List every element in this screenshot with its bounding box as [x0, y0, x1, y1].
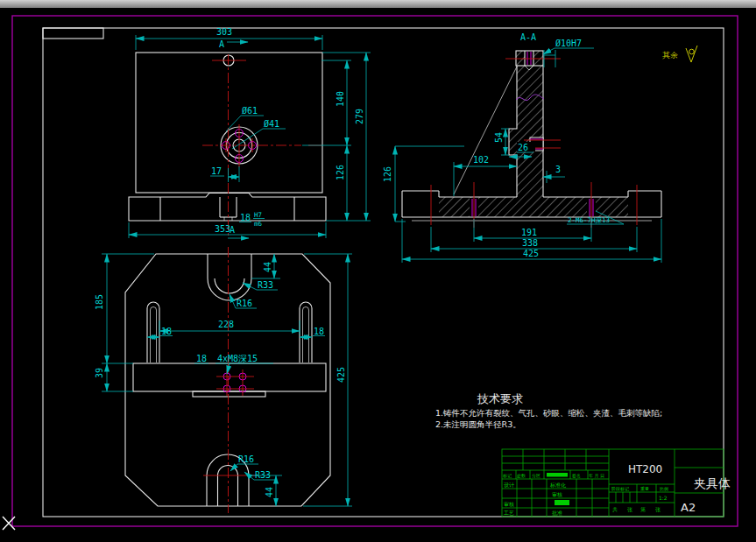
dim-39: 39	[95, 368, 104, 378]
dim-303: 303	[216, 27, 232, 37]
label-standardization: 标准化	[549, 482, 566, 489]
dim-425-section: 425	[523, 249, 539, 258]
dim-fit-18: 18	[240, 213, 251, 222]
dim-17: 17	[211, 166, 222, 176]
tech-req-line1: 1.铸件不允许有裂纹、气孔、砂眼、缩松、夹渣、毛刺等缺陷;	[435, 408, 662, 418]
cad-viewport: 其余	[0, 0, 756, 542]
window-top-strip	[0, 0, 756, 8]
dim-54: 54	[494, 132, 504, 143]
thread-note-m6: 2-M6-7H深13	[568, 216, 610, 224]
label-weight: 重量	[640, 486, 649, 491]
dim-3: 3	[555, 165, 561, 174]
label-stage-mark: 阶段标记	[611, 486, 629, 492]
dim-fit-m6: m6	[254, 220, 263, 228]
front-view: 303 A 140 279 126 Ø61 Ø41 17 18	[129, 27, 371, 238]
dim-r33-top: R33	[258, 280, 273, 290]
label-zone: 分区	[532, 473, 541, 478]
tech-req-title: 技术要求	[477, 392, 523, 405]
pin-top	[527, 52, 531, 65]
dim-425-plan: 425	[336, 367, 346, 383]
plan-centerlines	[203, 247, 256, 513]
dim-r16-top: R16	[237, 299, 252, 308]
front-dimensions: 303 A 140 279 126 Ø61 Ø41 17 18	[129, 27, 371, 238]
label-sheet-no-unit: 张	[655, 506, 661, 513]
sheet-frame	[12, 16, 738, 526]
sheet-size: A2	[681, 501, 696, 514]
label-checker: 审核	[504, 501, 514, 507]
label-review: 审核	[552, 491, 562, 497]
dim-44-bottom: 44	[265, 487, 274, 497]
dim-r16-bottom: R16	[238, 454, 254, 464]
dim-fit-h7: H7	[254, 211, 262, 219]
dim-126-section: 126	[383, 166, 392, 182]
section-label: A-A	[520, 32, 536, 42]
roughness-icon	[686, 46, 697, 62]
title-block: 夹具体 A2 HT200 阶段标记 重量 比例 1:2 共 张 第 张	[502, 449, 731, 517]
tech-requirements: 技术要求 1.铸件不允许有裂纹、气孔、砂眼、缩松、夹渣、毛刺等缺陷; 2.未注明…	[435, 392, 662, 429]
label-designer: 设计	[504, 482, 514, 488]
cad-drawing-canvas: 其余	[0, 0, 756, 542]
label-process: 工艺	[504, 510, 514, 516]
section-marker-a-bottom: A	[230, 225, 235, 235]
pillar-left	[147, 302, 159, 363]
label-mark: 标记	[502, 473, 512, 479]
section-view: A-A	[383, 32, 661, 263]
label-date: 年 月 日	[589, 473, 604, 479]
dim-r33-bottom: R33	[255, 470, 271, 480]
origin-marker	[3, 517, 15, 530]
label-sheet-total-unit: 张	[627, 506, 632, 513]
material: HT200	[628, 463, 662, 475]
label-approval: 批准	[552, 510, 562, 517]
surface-note: 其余	[662, 46, 697, 62]
dim-353: 353	[215, 224, 230, 234]
surface-note-label: 其余	[662, 51, 678, 60]
dim-185: 185	[95, 294, 104, 310]
label-signature: 签名	[572, 473, 581, 479]
label-sheet-total: 共	[612, 506, 618, 512]
part-name: 夹具体	[694, 476, 731, 490]
dim-228: 228	[218, 320, 234, 329]
dim-44-top: 44	[263, 262, 272, 272]
pillar-right	[300, 302, 312, 363]
thread-note-m8: 4xM8深15	[217, 354, 258, 363]
dim-126-front: 126	[336, 165, 345, 180]
dim-338: 338	[522, 238, 538, 248]
dim-d61: Ø61	[242, 106, 258, 116]
revision-filled-cell	[547, 473, 568, 477]
tech-req-line2: 2.未注明圆角半径R3。	[435, 419, 521, 429]
dim-18-holes: 18	[196, 354, 207, 363]
dim-140: 140	[336, 91, 345, 107]
plan-view: 44 R33 R16 228 18 18 185 39	[95, 247, 352, 513]
label-count: 处数	[517, 473, 526, 479]
dim-102: 102	[473, 155, 489, 165]
dim-d41: Ø41	[264, 119, 279, 129]
dim-191: 191	[521, 228, 537, 237]
scale-value: 1:2	[659, 495, 668, 501]
dim-26: 26	[518, 143, 528, 152]
dim-18-right: 18	[314, 327, 324, 336]
approval-filled-cell	[555, 500, 569, 505]
label-sheet-no: 第	[640, 506, 646, 512]
dim-279: 279	[355, 109, 364, 124]
dim-d10h7: Ø10H7	[555, 39, 582, 48]
dim-18-left: 18	[161, 327, 172, 336]
section-marker-a-top: A	[219, 39, 224, 49]
label-scale: 比例	[660, 486, 668, 492]
